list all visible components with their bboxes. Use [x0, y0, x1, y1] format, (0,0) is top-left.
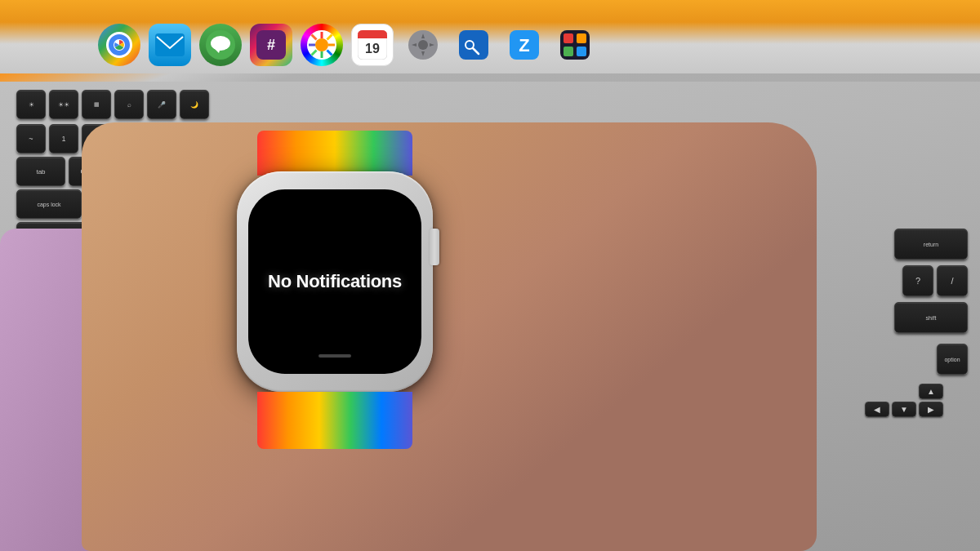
key-1[interactable]: 1	[49, 124, 78, 153]
dock-icon-finder[interactable]	[452, 24, 495, 66]
dock-icon-calendar[interactable]: 19	[351, 24, 394, 66]
dock-icon-chrome[interactable]	[98, 24, 140, 66]
watch-digital-crown[interactable]	[430, 229, 439, 265]
key-brightness-up[interactable]: ☀☀	[49, 90, 78, 119]
svg-text:Z: Z	[519, 35, 529, 56]
svg-point-5	[211, 36, 230, 51]
svg-text:#: #	[267, 37, 275, 53]
key-arrow-right[interactable]: ▶	[919, 402, 943, 417]
watch-scroll-indicator	[318, 354, 351, 358]
svg-point-16	[418, 40, 428, 50]
keyboard-right-area: return ? / shift option ▲ ◀ ▼	[723, 229, 968, 417]
scene: # 19	[0, 0, 980, 551]
svg-rect-23	[564, 33, 573, 43]
key-tilde[interactable]: ~	[16, 124, 46, 153]
key-mission[interactable]: ▦	[82, 90, 111, 119]
watch-screen: No Notifications	[248, 189, 421, 374]
svg-rect-26	[577, 47, 586, 56]
dock-icon-zoom[interactable]: Z	[503, 24, 546, 66]
svg-point-10	[315, 38, 328, 51]
key-arrow-up[interactable]: ▲	[919, 384, 943, 399]
arrow-keys: ▲ ◀ ▼ ▶	[723, 384, 968, 417]
key-return[interactable]: return	[894, 229, 968, 260]
watch-band-bottom	[257, 392, 412, 449]
key-arrow-down[interactable]: ▼	[892, 402, 916, 417]
watch-notification-message: No Notifications	[252, 271, 418, 292]
key-caps[interactable]: caps lock	[16, 189, 82, 219]
key-shift-right[interactable]: shift	[894, 302, 968, 333]
key-dictation[interactable]: 🎤	[147, 90, 176, 119]
svg-rect-3	[155, 33, 185, 56]
dock-icon-slack[interactable]: #	[250, 24, 292, 66]
dock-icon-settings[interactable]	[402, 24, 444, 66]
key-arrow-left[interactable]: ◀	[865, 402, 889, 417]
dock-icon-grid[interactable]	[554, 24, 596, 66]
watch-case: No Notifications	[237, 171, 433, 392]
dock-icon-photos[interactable]	[301, 24, 343, 66]
svg-rect-25	[564, 47, 573, 56]
apple-watch: No Notifications	[229, 163, 441, 400]
key-brightness-down[interactable]: ☀	[16, 90, 46, 119]
key-slash[interactable]: /	[937, 265, 968, 296]
key-option[interactable]: option	[937, 344, 968, 375]
svg-text:19: 19	[365, 42, 380, 56]
key-tab[interactable]: tab	[16, 157, 65, 186]
svg-rect-24	[577, 33, 586, 43]
macos-dock: # 19	[0, 0, 980, 73]
key-dnd[interactable]: 🌙	[180, 90, 209, 119]
dock-icon-messages[interactable]	[199, 24, 242, 66]
dock-icon-mail[interactable]	[149, 24, 191, 66]
svg-rect-13	[358, 35, 387, 38]
key-spotlight[interactable]: ⌕	[114, 90, 144, 119]
hand-wrist	[82, 122, 817, 551]
key-question[interactable]: ?	[902, 265, 933, 296]
watch-band-top	[257, 131, 412, 176]
